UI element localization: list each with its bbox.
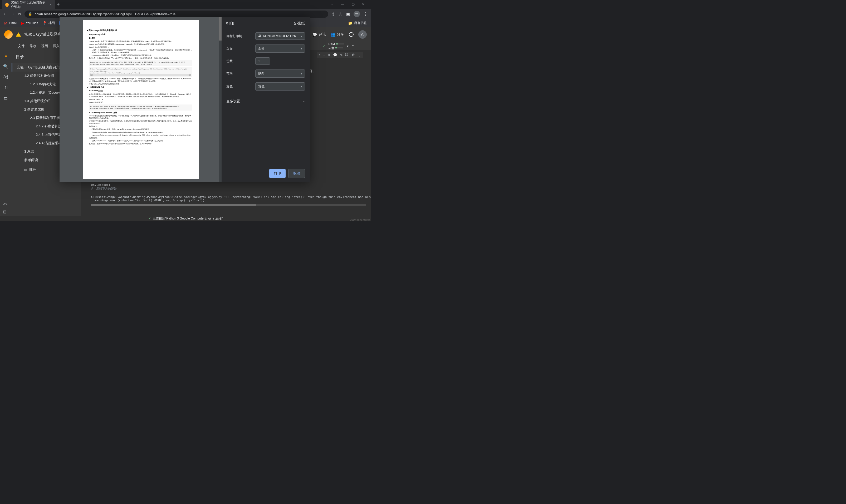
forward-icon[interactable]: → xyxy=(11,12,15,16)
lock-icon: 🔒 xyxy=(28,12,32,16)
profile-avatar[interactable]: Ye xyxy=(353,11,360,17)
print-preview: ▾ 实验一 Gym以及经典案例介绍 1 OpenAI Gym介绍 1.1 简介 … xyxy=(59,17,222,182)
resource-meter[interactable]: RAM 磁盘 xyxy=(329,42,344,50)
terminal-icon[interactable]: ▤ xyxy=(3,210,7,214)
drive-icon xyxy=(16,32,21,37)
comment-icon: 💬 xyxy=(312,32,317,37)
menu-edit[interactable]: 修改 xyxy=(30,44,36,49)
bookmark-youtube[interactable]: ▶ YouTube xyxy=(21,21,38,25)
label-destination: 目标打印机 xyxy=(226,34,255,38)
more-settings[interactable]: 更多设置 ⌄ xyxy=(226,95,305,107)
bookmark-icon[interactable]: ☆ xyxy=(339,12,342,17)
select-pages[interactable]: 全部 ▾ xyxy=(255,44,305,53)
print-title: 打印 xyxy=(226,21,234,26)
scrollbar-thumb[interactable] xyxy=(91,204,256,206)
files-icon[interactable]: 🗀 xyxy=(4,96,8,101)
chevron-down-icon: ▾ xyxy=(301,72,302,75)
chevron-down-icon[interactable]: ﹀ xyxy=(330,1,335,8)
notebook-title[interactable]: 实验1 Gym以及经典 xyxy=(24,32,62,37)
maps-icon: 📍 xyxy=(42,21,47,25)
search-icon[interactable]: 🔍 xyxy=(3,64,8,69)
url-text: colab.research.google.com/drive/19DDyjNq… xyxy=(35,12,175,16)
select-layout[interactable]: 纵向 ▾ xyxy=(255,70,305,78)
horizontal-scrollbar[interactable] xyxy=(91,204,366,206)
printer-icon: 🖶 xyxy=(258,34,261,38)
browser-tab-active[interactable]: 实验1 Gym以及经典案例介绍.ip × xyxy=(2,0,55,11)
status-bar: ✓ 已连接到"Python 3 Google Compute Engine 后端… xyxy=(0,216,371,221)
tab-title: 实验1 Gym以及经典案例介绍.ip xyxy=(11,0,48,9)
secrets-icon[interactable]: ⚿ xyxy=(4,85,8,90)
mirror-icon[interactable]: ⿻ xyxy=(345,53,349,57)
label-copies: 份数 xyxy=(226,59,255,64)
edit-icon[interactable]: ✎ xyxy=(340,53,343,57)
new-tab-button[interactable]: + xyxy=(57,2,60,7)
youtube-icon: ▶ xyxy=(21,21,24,25)
toc-icon[interactable]: ≡ xyxy=(4,53,7,58)
expand-icon[interactable]: ⌃ xyxy=(352,44,354,48)
plus-icon: ⊞ xyxy=(24,168,27,172)
share-icon[interactable]: ⇪ xyxy=(331,12,335,17)
disk-meter xyxy=(335,47,343,49)
label-pages: 页面 xyxy=(226,46,255,51)
dropdown-icon[interactable]: ▾ xyxy=(347,44,349,48)
minimize-icon[interactable]: — xyxy=(340,1,345,8)
cell-toolbar: ↑ ↓ ⇔ 💬 ✎ ⿻ 🗑 ⋮ xyxy=(317,52,363,58)
cancel-button[interactable]: 取消 xyxy=(288,169,305,178)
window-controls: ﹀ — ▢ ✕ xyxy=(330,1,369,8)
ram-meter xyxy=(336,43,344,44)
chevron-down-icon: ▾ xyxy=(301,35,302,38)
left-rail: ≡ 🔍 {x} ⚿ 🗀 xyxy=(0,50,12,221)
select-color[interactable]: 彩色 ▾ xyxy=(255,83,305,91)
code-icon[interactable]: <> xyxy=(3,202,7,206)
chevron-down-icon: ▾ xyxy=(301,85,302,88)
delete-icon[interactable]: 🗑 xyxy=(351,53,355,57)
bookmark-gmail[interactable]: M Gmail xyxy=(4,21,17,25)
extensions-icon[interactable]: ▣ xyxy=(346,12,350,17)
bookmark-maps[interactable]: 📍 地图 xyxy=(42,21,55,25)
preview-scrollbar[interactable] xyxy=(219,17,222,182)
colab-logo-icon[interactable] xyxy=(4,30,13,39)
watermark: CSDN @Ye-Maolin xyxy=(350,218,370,221)
menu-insert[interactable]: 插入 xyxy=(53,44,59,49)
menu-view[interactable]: 视图 xyxy=(41,44,48,49)
chevron-down-icon: ⌄ xyxy=(302,99,305,104)
address-bar[interactable]: 🔒 colab.research.google.com/drive/19DDyj… xyxy=(24,11,328,18)
close-window-icon[interactable]: ✕ xyxy=(361,1,366,8)
bookmark-all[interactable]: 📁 所有书签 xyxy=(348,21,367,25)
gear-icon[interactable] xyxy=(349,32,353,37)
share-button[interactable]: 👥 分享 xyxy=(331,32,344,37)
preview-scroll-thumb[interactable] xyxy=(219,17,222,40)
reload-icon[interactable]: ↻ xyxy=(18,12,21,17)
maximize-icon[interactable]: ▢ xyxy=(351,1,356,8)
colab-favicon xyxy=(5,3,9,7)
cell-comment-icon[interactable]: 💬 xyxy=(333,53,337,57)
print-dialog: ▾ 实验一 Gym以及经典案例介绍 1 OpenAI Gym介绍 1.1 简介 … xyxy=(59,17,310,182)
input-copies[interactable] xyxy=(255,57,270,65)
select-destination[interactable]: 🖶KONICA MINOLTA C26 ▾ xyxy=(255,32,305,40)
share-person-icon: 👥 xyxy=(331,32,335,37)
print-sidebar: 打印 5 张纸 目标打印机 🖶KONICA MINOLTA C26 ▾ 页面 全… xyxy=(222,17,310,182)
label-color: 彩色 xyxy=(226,84,255,89)
menu-icon[interactable]: ⋮ xyxy=(364,12,368,17)
status-text: 已连接到"Python 3 Google Compute Engine 后端" xyxy=(153,216,223,221)
bottom-left-icons: <> ▤ xyxy=(3,202,7,214)
extension-icons: ⇪ ☆ ▣ Ye ⋮ xyxy=(331,11,368,17)
more-icon[interactable]: ⋮ xyxy=(358,53,361,57)
menu-file[interactable]: 文件 xyxy=(18,44,25,49)
label-layout: 布局 xyxy=(226,71,255,76)
link-icon[interactable]: ⇔ xyxy=(328,53,330,57)
gmail-icon: M xyxy=(4,21,7,25)
colab-avatar[interactable]: Ye xyxy=(358,30,367,39)
move-up-icon[interactable]: ↑ xyxy=(319,53,321,57)
browser-tabs: 实验1 Gym以及经典案例介绍.ip × + ﹀ — ▢ ✕ xyxy=(0,0,371,9)
back-icon[interactable]: ← xyxy=(3,12,7,16)
check-icon: ✓ xyxy=(148,217,151,220)
comment-button[interactable]: 💬 评论 xyxy=(312,32,326,37)
print-button[interactable]: 打印 xyxy=(269,169,286,178)
code-output: env.close() # 忽略下方的警告 C:\Users\wangxu\Ap… xyxy=(91,183,366,206)
variables-icon[interactable]: {x} xyxy=(3,75,8,79)
move-down-icon[interactable]: ↓ xyxy=(323,53,325,57)
chevron-down-icon: ▾ xyxy=(301,47,302,50)
mini-scrollbar[interactable]: ◂ ▸ xyxy=(90,74,191,76)
close-icon[interactable]: × xyxy=(50,3,52,7)
